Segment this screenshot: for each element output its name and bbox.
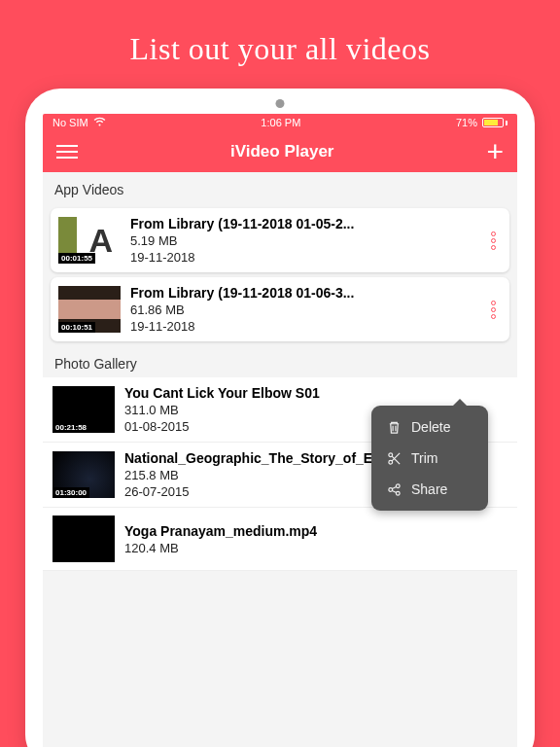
video-date: 19-11-2018 — [130, 250, 485, 265]
add-button[interactable]: + — [486, 137, 504, 166]
context-menu: Delete Trim Share — [371, 406, 488, 511]
video-thumbnail: 00:10:51 — [58, 286, 121, 333]
nav-bar: iVideo Player + — [43, 131, 517, 172]
video-thumbnail: 01:30:00 — [52, 451, 115, 498]
svg-point-4 — [396, 491, 400, 495]
share-icon — [385, 482, 402, 497]
video-card[interactable]: A 00:01:55 From Library (19-11-2018 01-0… — [51, 208, 509, 272]
duration-badge: 00:21:58 — [52, 422, 89, 433]
duration-badge: 01:30:00 — [52, 487, 89, 498]
video-card[interactable]: 00:10:51 From Library (19-11-2018 01-06-… — [51, 277, 509, 341]
promo-headline: List out your all videos — [0, 0, 560, 89]
svg-point-1 — [388, 460, 392, 464]
video-title: From Library (19-11-2018 01-06-3... — [130, 285, 485, 301]
video-title: From Library (19-11-2018 01-05-2... — [130, 216, 485, 231]
video-date: 19-11-2018 — [130, 319, 485, 334]
svg-point-3 — [396, 483, 400, 487]
more-button[interactable] — [485, 226, 502, 256]
video-size: 61.86 MB — [130, 302, 485, 317]
duration-badge: 00:01:55 — [58, 253, 95, 264]
video-thumbnail: 00:21:58 — [52, 386, 115, 433]
menu-item-label: Delete — [411, 419, 450, 435]
nav-title: iVideo Player — [230, 142, 333, 161]
tablet-frame: No SIM 1:06 PM 71% iVideo Player + App V — [25, 89, 535, 747]
menu-item-label: Share — [411, 481, 447, 497]
menu-item-share[interactable]: Share — [371, 474, 488, 505]
svg-point-0 — [388, 452, 392, 456]
scissors-icon — [385, 451, 402, 466]
svg-point-2 — [388, 487, 392, 491]
carrier-label: No SIM — [52, 117, 88, 128]
status-bar: No SIM 1:06 PM 71% — [43, 114, 517, 131]
menu-button[interactable] — [56, 145, 78, 159]
battery-icon — [482, 118, 508, 127]
video-title: You Cant Lick Your Elbow S01 — [124, 385, 508, 401]
menu-item-delete[interactable]: Delete — [371, 411, 488, 443]
menu-item-trim[interactable]: Trim — [371, 443, 488, 474]
section-header-photo-gallery: Photo Gallery — [43, 346, 517, 377]
video-thumbnail — [52, 516, 115, 562]
section-header-app-videos: App Videos — [43, 172, 517, 203]
battery-percent: 71% — [456, 117, 477, 128]
video-row[interactable]: Yoga Pranayam_medium.mp4 120.4 MB — [43, 508, 517, 571]
app-screen: No SIM 1:06 PM 71% iVideo Player + App V — [43, 114, 517, 747]
trash-icon — [385, 420, 402, 435]
more-button[interactable] — [485, 295, 502, 325]
video-size: 120.4 MB — [124, 541, 508, 555]
video-title: Yoga Pranayam_medium.mp4 — [124, 523, 508, 539]
menu-item-label: Trim — [411, 450, 438, 466]
device-camera — [276, 99, 285, 108]
duration-badge: 00:10:51 — [58, 322, 95, 333]
wifi-icon — [93, 117, 106, 128]
video-thumbnail: A 00:01:55 — [58, 217, 121, 264]
video-size: 5.19 MB — [130, 233, 485, 248]
clock-label: 1:06 PM — [261, 117, 300, 128]
